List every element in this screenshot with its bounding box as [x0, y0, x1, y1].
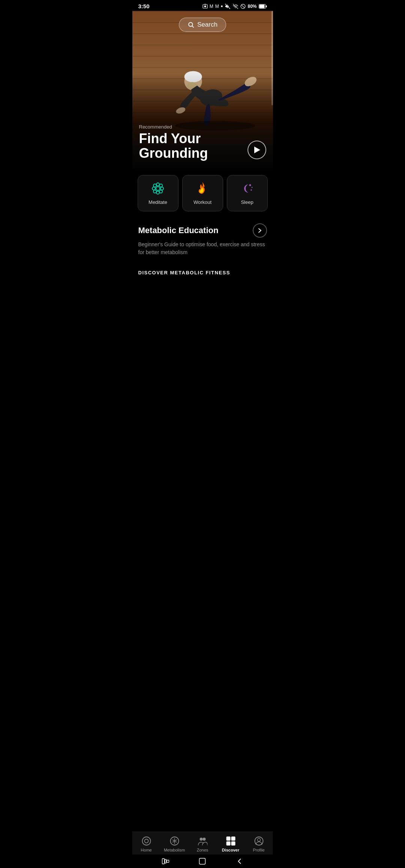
- content-scroll: Search Recommended Find YourGrounding: [132, 11, 273, 325]
- svg-point-17: [156, 187, 160, 190]
- battery-icon: [259, 4, 267, 9]
- workout-button[interactable]: Workout: [182, 175, 223, 211]
- gmail-icon: M: [210, 4, 213, 9]
- svg-point-27: [252, 187, 253, 188]
- search-bar[interactable]: Search: [179, 18, 226, 32]
- svg-point-21: [160, 187, 164, 190]
- svg-point-1: [204, 5, 206, 7]
- sleep-icon-svg: [240, 181, 254, 196]
- svg-point-25: [153, 190, 156, 193]
- svg-point-23: [159, 190, 162, 193]
- svg-point-28: [250, 189, 252, 191]
- svg-line-4: [242, 4, 244, 7]
- no-icon: [240, 4, 246, 9]
- workout-icon: [195, 181, 210, 196]
- metabolic-section: Metabolic Education Beginner's Guide to …: [132, 217, 273, 261]
- chevron-right-icon: [258, 228, 262, 233]
- svg-point-15: [189, 22, 193, 27]
- photo-icon: [202, 4, 208, 9]
- svg-point-22: [153, 184, 156, 187]
- svg-rect-6: [266, 5, 267, 7]
- wifi-icon: [232, 4, 238, 9]
- play-button[interactable]: [248, 141, 266, 159]
- svg-point-19: [156, 191, 159, 194]
- meditate-icon: [151, 181, 165, 196]
- discover-section: DISCOVER METABOLIC FITNESS: [132, 261, 273, 280]
- status-time: 3:50: [138, 3, 150, 9]
- svg-line-16: [192, 26, 194, 27]
- svg-rect-7: [259, 4, 264, 8]
- metabolic-header: Metabolic Education: [138, 223, 267, 238]
- hero-text: Recommended Find YourGrounding: [139, 124, 208, 161]
- metabolic-description: Beginner's Guide to optimise food, exerc…: [138, 241, 267, 256]
- workout-label: Workout: [194, 199, 212, 205]
- mute-icon: [225, 3, 231, 9]
- metabolic-title: Metabolic Education: [138, 226, 219, 235]
- workout-icon-svg: [196, 181, 208, 196]
- sleep-label: Sleep: [241, 199, 253, 205]
- status-bar: 3:50 M M • 80%: [132, 0, 273, 11]
- svg-point-18: [156, 183, 159, 186]
- svg-point-20: [152, 187, 155, 190]
- categories-section: Meditate Workout: [132, 168, 273, 217]
- sleep-icon: [240, 181, 254, 196]
- hero-title: Find YourGrounding: [139, 131, 208, 161]
- dot-icon: •: [221, 3, 223, 9]
- hero-section: Search Recommended Find YourGrounding: [132, 11, 273, 168]
- meditate-button[interactable]: Meditate: [138, 175, 178, 211]
- play-icon: [254, 147, 260, 153]
- meditate-label: Meditate: [148, 199, 167, 205]
- sleep-button[interactable]: Sleep: [227, 175, 268, 211]
- metabolic-arrow-button[interactable]: [253, 223, 267, 238]
- meditate-icon-svg: [151, 181, 165, 196]
- battery-text: 80%: [248, 4, 256, 9]
- status-icons: M M • 80%: [202, 3, 267, 9]
- svg-point-24: [159, 184, 162, 187]
- gmail-icon2: M: [215, 4, 219, 9]
- hero-recommended-label: Recommended: [139, 124, 208, 130]
- search-label: Search: [197, 21, 218, 28]
- search-icon: [188, 21, 194, 28]
- discover-heading: DISCOVER METABOLIC FITNESS: [138, 270, 267, 275]
